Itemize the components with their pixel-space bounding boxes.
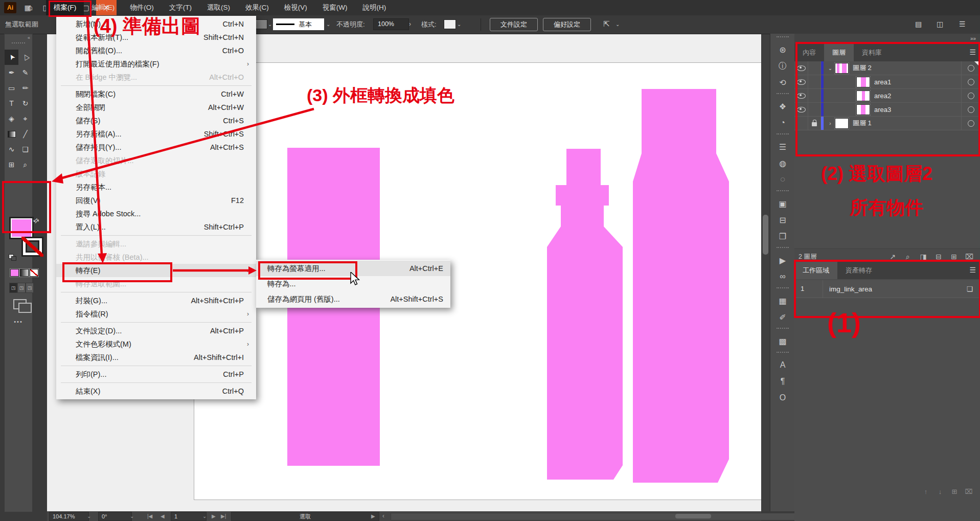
file-menu-item-11[interactable]: 版本記錄 [56,167,256,180]
paragraph-panel-icon[interactable]: ¶ [770,373,795,390]
scroll-left-icon[interactable]: ‹ [382,511,384,521]
vertical-scrollbar[interactable] [761,34,769,511]
dock-grip[interactable] [777,247,789,250]
direct-selection-tool[interactable]: ▷ [18,50,32,65]
color-mode-none-icon[interactable] [30,269,38,276]
draw-behind-icon[interactable]: ◳ [17,283,26,293]
paintbrush-tool[interactable]: ✏ [18,80,32,96]
visibility-toggle[interactable] [794,117,808,130]
next-artboard-icon[interactable]: ▶ [212,511,216,521]
file-menu-item-19[interactable]: 轉存選取範圍... [56,277,256,290]
move-down-icon[interactable]: ↓ [933,488,947,495]
edit-toolbar-icon[interactable]: ••• [5,319,32,325]
artboard-row[interactable]: 1 img_link_area ❏ [794,280,980,298]
chevron-down-icon[interactable]: ⌄ [87,511,91,521]
file-menu-item-8[interactable]: 另存新檔(A)...Shift+Ctrl+S [56,127,256,141]
menu-bar-item-6[interactable]: 檢視(V) [277,0,315,15]
gradient-tool[interactable] [5,126,18,142]
file-menu-item-9[interactable]: 儲存拷貝(Y)...Alt+Ctrl+S [56,141,256,154]
move-up-icon[interactable]: ↑ [919,488,933,495]
file-menu-item-24[interactable]: 檔案資訊(I)...Alt+Shift+Ctrl+I [56,351,256,364]
color-guide-panel-icon[interactable]: ◔ [770,115,795,131]
file-menu-item-18[interactable]: 轉存(E)› [56,264,256,277]
file-menu-item-1[interactable]: 從範本新增(T)...Shift+Ctrl+N [56,31,256,44]
layer-name[interactable]: 圖層 1 [853,119,961,128]
first-artboard-icon[interactable]: |◀ [147,511,152,521]
transparency-panel-icon[interactable]: ◍ [770,155,795,171]
character-panel-icon[interactable]: A [770,357,795,373]
file-menu-item-10[interactable]: 儲存選取的切片... [56,154,256,167]
file-menu-item-0[interactable]: 新增(N)...Ctrl+N [56,17,256,31]
selection-tool[interactable]: ➤ [5,50,18,65]
dock-grip[interactable] [777,287,789,290]
layer-thumbnail[interactable] [835,118,849,129]
prev-artboard-icon[interactable]: ◀ [161,511,165,521]
artboard-name[interactable]: img_link_area [823,285,960,293]
file-menu-item-14[interactable]: 搜尋 Adobe Stock... [56,207,256,220]
artboard-nav-input[interactable]: 1 [171,512,207,521]
layer-name[interactable]: area1 [874,78,961,86]
fill-color-swatch[interactable] [11,218,32,238]
lasso-select-tool[interactable]: ⌖ [18,111,32,126]
info-panel-icon[interactable]: ⓘ [770,58,795,74]
draw-mode-toggle[interactable]: ◳◳◳ [9,283,34,293]
menu-bar-item-8[interactable]: 說明(H) [355,0,394,15]
opentype-panel-icon[interactable]: O [770,390,795,406]
eraser-tool[interactable]: ◈ [5,111,18,126]
dock-grip[interactable] [777,133,789,137]
opacity-stepper-icon[interactable]: › [409,20,411,28]
layers-panel-tab-資料庫[interactable]: 資料庫 [854,44,890,61]
layer-name[interactable]: area3 [874,106,961,114]
horizontal-scrollbar[interactable] [391,513,807,520]
file-menu-item-26[interactable]: 結束(X)Ctrl+Q [56,384,256,398]
actions-panel-icon[interactable]: ▶ [770,252,795,268]
target-circle[interactable] [961,117,980,130]
lock-toggle[interactable] [808,89,821,102]
last-artboard-icon[interactable]: ▶| [221,511,226,521]
color-panel-icon[interactable]: ❖ [770,98,795,115]
brushes-panel-icon[interactable]: ✐ [770,309,795,325]
width-tool[interactable]: ∿ [5,142,18,157]
color-mode-gradient-icon[interactable] [20,269,28,276]
version-history-panel-icon[interactable]: ⟲ [770,74,795,90]
opacity-input[interactable]: 100% [373,18,409,30]
swap-fill-stroke-icon[interactable]: ⇆ [31,216,40,225]
horizontal-scrollbar-thumb[interactable] [675,514,711,518]
panel-menu-icon[interactable]: ☰ [969,266,976,274]
target-circle[interactable] [961,75,980,88]
dock-grip[interactable] [777,190,789,193]
collapse-toolbar-icon[interactable]: « [28,35,30,40]
dock-grip[interactable] [777,36,789,39]
file-menu-item-16[interactable]: 邀請參與編輯... [56,237,256,251]
visibility-toggle[interactable] [794,75,808,88]
dock-grip[interactable] [777,352,789,355]
properties-panel-icon[interactable]: ⊛ [770,41,795,58]
default-fill-stroke-icon[interactable] [9,254,16,260]
chevron-down-icon[interactable]: ⌄ [130,511,134,521]
menu-bar-item-7[interactable]: 視窗(W) [315,0,355,15]
target-circle[interactable] [961,103,980,116]
color-mode-fill-icon[interactable] [11,269,18,276]
lock-toggle[interactable] [808,117,821,130]
rectangle-tool[interactable]: ▭ [5,80,18,96]
file-menu-item-4[interactable]: 在 Bridge 中瀏覽...Alt+Ctrl+O [56,71,256,84]
menu-bar-item-1[interactable]: 編輯(E) [84,0,122,15]
screen-mode-icon[interactable] [13,299,27,309]
status-menu-icon[interactable]: ▶ [371,511,375,521]
chevron-down-icon[interactable]: ⌄ [202,511,207,521]
gradient-panel-icon[interactable]: ▩ [770,333,795,349]
layer-thumbnail[interactable] [856,90,870,101]
file-menu-item-17[interactable]: 共用以供審核 (Beta)... [56,251,256,264]
artboards-panel-tab-工作區域[interactable]: 工作區域 [794,262,837,279]
file-menu-item-3[interactable]: 打開最近使用過的檔案(F)› [56,57,256,71]
grid-view-icon[interactable]: ▤ [915,20,922,28]
stroke-panel-icon[interactable]: ☰ [770,139,795,155]
vertical-scrollbar-thumb[interactable] [763,215,768,255]
lock-toggle[interactable] [808,75,821,88]
visibility-toggle[interactable] [794,103,808,116]
file-menu-item-15[interactable]: 置入(L)...Shift+Ctrl+P [56,220,256,234]
file-menu-item-7[interactable]: 儲存(S)Ctrl+S [56,114,256,127]
layer-row-area3[interactable]: area3 [794,103,980,117]
file-menu-item-2[interactable]: 開啟舊檔(O)...Ctrl+O [56,44,256,57]
stroke-color-swatch-tool[interactable] [21,237,43,257]
